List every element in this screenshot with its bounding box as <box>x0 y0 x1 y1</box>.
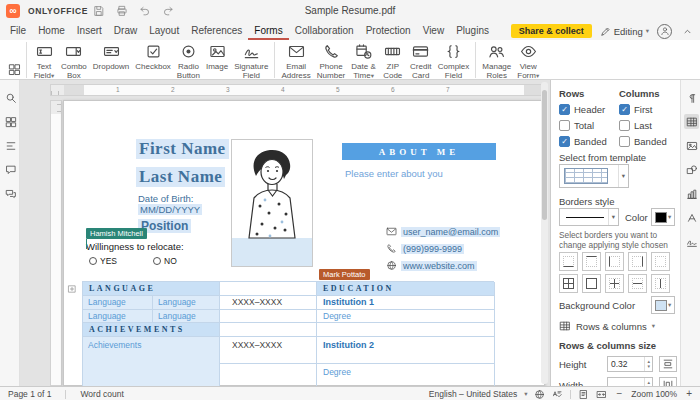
zip-code-button[interactable]: ZIP Code <box>379 42 407 80</box>
tab-home[interactable]: Home <box>32 22 71 40</box>
checkbox-icon[interactable]: ✓ <box>559 104 570 115</box>
table-cell-institution2[interactable]: Institution 2 <box>317 337 495 364</box>
table-cell[interactable] <box>220 310 317 323</box>
text-field-button[interactable]: Text Field▾ <box>30 42 58 80</box>
zoom-in-button[interactable]: + <box>684 389 694 399</box>
distribute-columns-button[interactable] <box>659 377 677 386</box>
rows-columns-menu[interactable]: Rows & columns ▾ <box>559 320 655 332</box>
email-address-button[interactable]: Email Address <box>278 42 313 80</box>
phone-field[interactable]: (999)999-9999 <box>401 244 464 254</box>
signature-field-button[interactable]: Signature Field <box>231 42 271 80</box>
combo-box-button[interactable]: Combo Box <box>58 42 90 80</box>
border-none-button[interactable] <box>651 252 670 271</box>
checkbox-header-row[interactable]: ✓ Header <box>559 104 605 115</box>
checkbox-banded-rows[interactable]: ✓ Banded <box>559 136 607 147</box>
table-cell-degree[interactable]: Degree <box>317 364 495 386</box>
document-page[interactable]: First Name Last Name <box>63 100 545 386</box>
textart-settings-button[interactable] <box>684 210 699 225</box>
border-right-button[interactable] <box>628 252 647 271</box>
contact-website-row[interactable]: www.website.com <box>386 260 477 271</box>
background-color-picker[interactable]: ▾ <box>651 296 675 314</box>
spin-down-icon[interactable]: ▾ <box>647 364 650 369</box>
radio-no[interactable]: NO <box>153 256 177 266</box>
height-spinner[interactable]: 0.32 ▴ ▾ <box>607 356 653 372</box>
vertical-scrollbar[interactable] <box>541 82 548 384</box>
last-name-field[interactable]: Last Name <box>136 167 225 187</box>
word-count[interactable]: Word count <box>80 389 123 399</box>
horizontal-ruler[interactable]: 1 2 3 4 5 6 7 <box>50 84 545 96</box>
signature-settings-button[interactable] <box>684 234 699 249</box>
contact-email-row[interactable]: user_name@email.com <box>386 226 500 237</box>
checkbox-last-column[interactable]: Last <box>619 120 652 131</box>
table-cell-institution1[interactable]: Institution 1 <box>317 296 495 310</box>
table-cell-language[interactable]: Language <box>153 310 220 323</box>
navigation-button[interactable] <box>3 138 18 153</box>
table-cell-period[interactable]: XXXX–XXXX <box>220 337 317 364</box>
table-cell-degree[interactable]: Degree <box>317 310 495 323</box>
radio-circle-icon[interactable] <box>153 257 161 265</box>
comments-button[interactable] <box>3 162 18 177</box>
collapse-toolbar-button[interactable] <box>680 24 694 38</box>
phone-number-button[interactable]: Phone Number <box>314 42 348 80</box>
set-language-button[interactable] <box>534 389 545 400</box>
chart-settings-button[interactable] <box>684 186 699 201</box>
checkbox-icon[interactable] <box>619 120 630 131</box>
first-name-field[interactable]: First Name <box>136 139 229 159</box>
border-inner-vertical-button[interactable] <box>651 274 670 293</box>
contact-phone-row[interactable]: (999)999-9999 <box>386 243 464 254</box>
chat-button[interactable] <box>3 186 18 201</box>
profile-photo[interactable] <box>231 139 313 267</box>
complex-field-button[interactable]: Complex Field <box>435 42 473 80</box>
about-placeholder-field[interactable]: Please enter about you <box>345 168 443 179</box>
dob-label[interactable]: Date of Birth: <box>138 193 193 204</box>
table-cell-language[interactable]: Language <box>83 296 153 310</box>
tab-insert[interactable]: Insert <box>71 22 108 40</box>
manage-roles-button[interactable]: Manage Roles <box>479 42 514 80</box>
relocate-label[interactable]: Willingness to relocate: <box>86 241 184 252</box>
website-field[interactable]: www.website.com <box>401 261 477 271</box>
thumbnails-button[interactable] <box>3 114 18 129</box>
print-button[interactable] <box>115 4 129 18</box>
table-cell[interactable] <box>317 323 495 337</box>
image-button[interactable]: Image <box>203 42 231 80</box>
tab-references[interactable]: References <box>185 22 248 40</box>
border-bottom-button[interactable] <box>559 252 578 271</box>
table-handle-plus-icon[interactable] <box>67 284 77 294</box>
about-me-header[interactable]: ABOUT ME <box>342 143 496 160</box>
spinner-arrows[interactable]: ▴ ▾ <box>644 357 652 371</box>
save-button[interactable] <box>92 4 106 18</box>
email-field[interactable]: user_name@email.com <box>401 227 500 237</box>
checkbox-icon[interactable]: ✓ <box>619 104 630 115</box>
copy-button[interactable] <box>7 62 21 76</box>
table-cell-achievements-header[interactable]: ACHIEVEMENTS <box>83 323 220 337</box>
scrollbar-thumb[interactable] <box>542 90 547 220</box>
search-button[interactable] <box>3 90 18 105</box>
redo-button[interactable] <box>161 4 175 18</box>
paste-button[interactable] <box>7 44 21 58</box>
table-cell-education-header[interactable]: EDUCATION <box>317 282 495 296</box>
border-all-button[interactable] <box>559 274 578 293</box>
checkbox-icon[interactable]: ✓ <box>559 136 570 147</box>
view-form-button[interactable]: View Form▾ <box>514 42 542 80</box>
table-cell[interactable] <box>220 282 317 296</box>
table-cell-period[interactable]: XXXX–XXXX <box>220 296 317 310</box>
dob-field[interactable]: MM/DD/YYYY <box>138 204 202 215</box>
zoom-level[interactable]: Zoom 100% <box>631 389 677 399</box>
dropdown-button[interactable]: Dropdown <box>90 42 132 80</box>
undo-button[interactable] <box>138 4 152 18</box>
spell-check-button[interactable] <box>552 389 563 400</box>
zoom-out-button[interactable]: − <box>614 389 624 399</box>
distribute-rows-button[interactable] <box>659 356 677 372</box>
tab-view[interactable]: View <box>417 22 451 40</box>
radio-button-button[interactable]: Radio Button <box>174 42 203 80</box>
paragraph-settings-button[interactable] <box>684 90 699 105</box>
spinner-arrows[interactable]: ▴ ▾ <box>644 378 652 386</box>
border-inner-horizontal-button[interactable] <box>628 274 647 293</box>
date-time-button[interactable]: Date & Time▾ <box>348 42 378 80</box>
table-cell-language-header[interactable]: LANGUAGE <box>83 282 220 296</box>
tab-collaboration[interactable]: Collaboration <box>289 22 360 40</box>
template-dropdown[interactable]: ▾ <box>559 164 629 188</box>
radio-yes[interactable]: YES <box>89 256 117 266</box>
vertical-ruler[interactable] <box>50 100 62 386</box>
table-cell-achievements[interactable]: Achievements <box>83 337 220 386</box>
